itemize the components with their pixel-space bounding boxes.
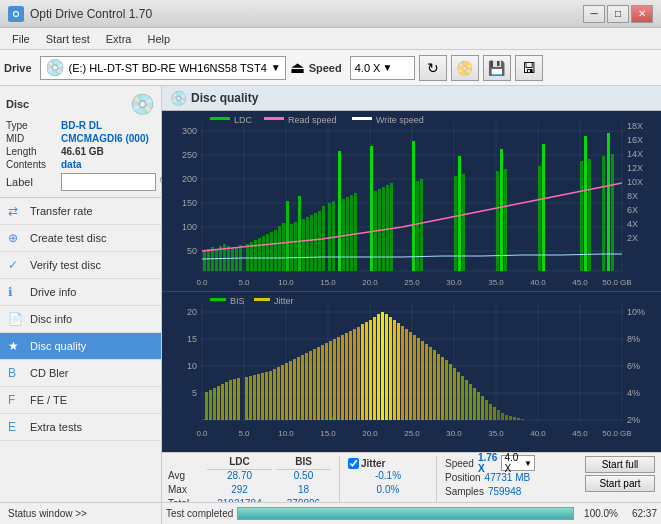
start-full-button[interactable]: Start full: [585, 456, 655, 473]
svg-rect-157: [205, 392, 208, 420]
disc-write-button[interactable]: 💾: [483, 55, 511, 81]
svg-rect-174: [277, 367, 280, 420]
svg-text:45.0: 45.0: [572, 278, 588, 287]
svg-rect-204: [397, 323, 400, 420]
svg-rect-193: [353, 329, 356, 420]
sidebar-item-verify-test-disc[interactable]: ✓ Verify test disc: [0, 252, 161, 279]
menu-start-test[interactable]: Start test: [38, 31, 98, 47]
sidebar-item-fe-te[interactable]: F FE / TE: [0, 387, 161, 414]
chart2-container: 20 15 10 5 10% 8% 6% 4% 2% 0.0 5.0 10.0 …: [162, 292, 661, 452]
sidebar-item-cd-bler[interactable]: B CD Bler: [0, 360, 161, 387]
svg-rect-93: [390, 183, 393, 271]
svg-rect-206: [405, 329, 408, 420]
maximize-button[interactable]: □: [607, 5, 629, 23]
svg-text:0.0: 0.0: [196, 278, 208, 287]
sidebar-item-extra-tests[interactable]: E Extra tests: [0, 414, 161, 441]
svg-rect-59: [235, 247, 238, 271]
eject-icon[interactable]: ⏏: [290, 58, 305, 77]
svg-rect-79: [318, 211, 321, 271]
minimize-button[interactable]: ─: [583, 5, 605, 23]
svg-rect-101: [500, 149, 503, 271]
svg-text:10.0: 10.0: [278, 429, 294, 438]
drive-selector[interactable]: 💿 (E:) HL-DT-ST BD-RE WH16NS58 TST4 ▼: [40, 56, 286, 80]
speed-selector[interactable]: 4.0 X ▼: [350, 56, 415, 80]
svg-text:100: 100: [182, 222, 197, 232]
svg-text:25.0: 25.0: [404, 278, 420, 287]
svg-rect-95: [416, 181, 419, 271]
sidebar-item-label: CD Bler: [30, 367, 69, 379]
svg-rect-75: [302, 219, 305, 271]
svg-rect-203: [393, 320, 396, 420]
svg-rect-232: [509, 416, 512, 420]
progress-fill: [238, 508, 573, 519]
svg-rect-148: [210, 298, 226, 301]
speed-dropdown-icon: ▼: [382, 62, 392, 73]
svg-rect-69: [278, 226, 281, 271]
svg-rect-208: [413, 335, 416, 420]
sidebar-item-disc-info[interactable]: 📄 Disc info: [0, 306, 161, 333]
disc-contents-label: Contents: [6, 159, 61, 170]
ldc-avg: 28.70: [227, 470, 252, 484]
toolbar: Drive 💿 (E:) HL-DT-ST BD-RE WH16NS58 TST…: [0, 50, 661, 86]
stats-divider1: [339, 456, 340, 502]
status-window-button[interactable]: Status window >>: [0, 503, 162, 524]
svg-rect-73: [294, 222, 297, 271]
start-buttons: Start full Start part: [585, 456, 655, 492]
svg-text:4X: 4X: [627, 219, 638, 229]
svg-text:40.0: 40.0: [530, 429, 546, 438]
svg-rect-187: [329, 341, 332, 420]
svg-rect-230: [501, 413, 504, 420]
svg-text:15.0: 15.0: [320, 429, 336, 438]
titlebar: O Opti Drive Control 1.70 ─ □ ✕: [0, 0, 661, 28]
window-controls: ─ □ ✕: [583, 5, 653, 23]
svg-rect-177: [289, 361, 292, 420]
chart1-container: 300 250 200 150 100 50 18X 16X 14X 12X 1…: [162, 111, 661, 292]
start-part-button[interactable]: Start part: [585, 475, 655, 492]
speed-selector2[interactable]: 4.0 X ▼: [501, 455, 535, 471]
svg-rect-78: [314, 213, 317, 271]
disc-quality-icon: ★: [8, 339, 24, 353]
svg-rect-226: [485, 400, 488, 420]
disc-label-input[interactable]: [61, 173, 156, 191]
save-button[interactable]: 🖫: [515, 55, 543, 81]
svg-rect-201: [385, 314, 388, 420]
sidebar-item-transfer-rate[interactable]: ⇄ Transfer rate: [0, 198, 161, 225]
svg-text:30.0: 30.0: [446, 429, 462, 438]
menu-file[interactable]: File: [4, 31, 38, 47]
disc-contents-row: Contents data: [6, 159, 155, 170]
jitter-checkbox[interactable]: [348, 458, 359, 469]
disc-read-button[interactable]: 📀: [451, 55, 479, 81]
svg-rect-222: [469, 384, 472, 420]
refresh-button[interactable]: ↻: [419, 55, 447, 81]
svg-rect-224: [477, 392, 480, 420]
svg-rect-152: [203, 419, 205, 420]
svg-rect-182: [309, 351, 312, 420]
bis-avg: 0.50: [294, 470, 313, 484]
svg-rect-66: [266, 234, 269, 271]
jitter-max: 0.0%: [348, 484, 428, 498]
svg-text:2%: 2%: [627, 415, 640, 425]
svg-rect-234: [517, 418, 520, 420]
svg-text:250: 250: [182, 150, 197, 160]
disc-label-row: Label 🔍: [6, 173, 155, 191]
sidebar-item-create-test-disc[interactable]: ⊕ Create test disc: [0, 225, 161, 252]
svg-rect-180: [301, 355, 304, 420]
svg-rect-181: [305, 353, 308, 420]
svg-text:40.0: 40.0: [530, 278, 546, 287]
svg-text:Jitter: Jitter: [274, 296, 294, 306]
speed-row: Speed 1.76 X 4.0 X ▼: [445, 456, 535, 470]
disc-image-icon: 💿: [130, 92, 155, 116]
menu-extra[interactable]: Extra: [98, 31, 140, 47]
sidebar-item-disc-quality[interactable]: ★ Disc quality: [0, 333, 161, 360]
menu-help[interactable]: Help: [139, 31, 178, 47]
sidebar-item-drive-info[interactable]: ℹ Drive info: [0, 279, 161, 306]
close-button[interactable]: ✕: [631, 5, 653, 23]
svg-text:BIS: BIS: [230, 296, 245, 306]
svg-rect-215: [441, 357, 444, 420]
svg-rect-86: [350, 195, 353, 271]
svg-rect-92: [386, 185, 389, 271]
progress-percent: 100.0%: [578, 508, 618, 519]
svg-rect-220: [461, 376, 464, 420]
drive-label: Drive: [4, 62, 32, 74]
stats-panel: Avg Max Total LDC 28.70 292 21921784 BIS…: [162, 452, 661, 502]
